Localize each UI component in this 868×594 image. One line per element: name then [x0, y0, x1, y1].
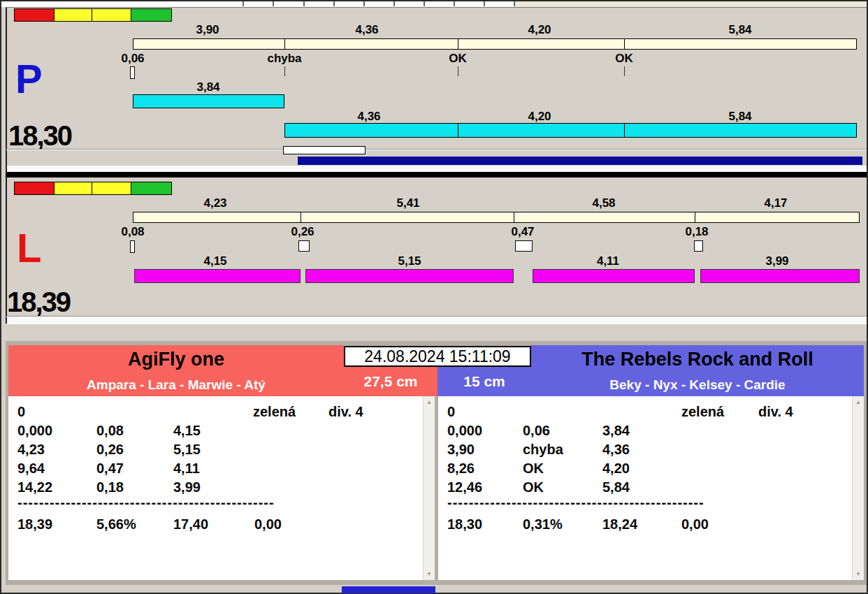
arrow-up-icon: ▲ [426, 399, 432, 405]
ruler-divider [695, 212, 695, 222]
scroll-down-button[interactable]: ▼ [424, 568, 435, 580]
gate-result-label: OK [615, 52, 633, 66]
gate-result-label: 0,06 [121, 52, 144, 66]
run-time-label: 5,84 [728, 110, 751, 124]
ruler-divider [624, 39, 625, 49]
gate-marker-box [515, 240, 533, 252]
start-marker-l [130, 240, 135, 253]
light-red [15, 182, 55, 194]
run-time-label: 4,36 [357, 110, 380, 124]
result-cell: 5,15 [173, 442, 201, 458]
gate-result-label: OK [449, 52, 467, 66]
split-time-label: 4,20 [528, 23, 551, 37]
top-ruler-tick [333, 1, 335, 6]
course-ruler-p [133, 38, 857, 50]
result-cell: 12,46 [447, 479, 482, 495]
progress-underline-p [298, 157, 862, 165]
top-ruler-tick [393, 1, 395, 6]
result-cell: 0,08 [96, 423, 124, 439]
gate-result-label: 0,26 [291, 225, 314, 239]
category-right: 15 cm [437, 367, 531, 396]
result-cell: 14,22 [17, 479, 52, 495]
result-total-cell: 18,39 [17, 516, 52, 533]
top-window-strip [1, 1, 515, 7]
bottom-blue-bar [342, 586, 435, 593]
result-cell: 0,18 [96, 479, 124, 495]
ruler-divider [284, 39, 285, 49]
light-yellow-1 [55, 9, 92, 21]
result-cell: OK [523, 461, 544, 477]
progress-bar-p-1 [133, 94, 284, 108]
progress-bar-p-2 [284, 123, 857, 138]
scrollbar[interactable]: ▲ ▼ [423, 396, 435, 580]
light-yellow-2 [92, 9, 131, 21]
split-time-label: 4,36 [355, 23, 378, 37]
top-ruler-tick [424, 1, 425, 6]
split-time-label: 5,84 [728, 23, 751, 37]
lane-total-p: 18,30 [8, 122, 71, 150]
progress-marker-p [283, 146, 366, 154]
gate-result-label: 0,47 [511, 225, 534, 239]
team-right-members: Beky - Nyx - Kelsey - Cardie [531, 377, 864, 393]
light-green [131, 9, 171, 21]
results-right-panel: 0 zelená div. 4 0,000 0,06 3,84 3,90 chy… [438, 396, 864, 580]
status-lights-p [14, 8, 172, 22]
lane-letter-p: P [15, 59, 43, 99]
gate-result-label: 0,08 [121, 225, 144, 239]
gap-strip-l [7, 317, 867, 324]
result-cell: 5,84 [602, 479, 630, 495]
ruler-divider [458, 39, 458, 49]
split-time-label: 4,23 [203, 196, 226, 210]
result-cell: chyba [523, 442, 563, 458]
result-total-cell: 18,30 [447, 516, 482, 533]
ruler-divider [301, 212, 301, 222]
top-ruler-tick [363, 1, 365, 6]
top-ruler-tick [454, 1, 455, 6]
split-time-label: 4,58 [592, 196, 615, 210]
result-cell: 0 [17, 404, 25, 420]
result-total-cell: 5,66% [96, 516, 136, 533]
progress-bar-l-3 [533, 269, 695, 283]
result-cell: 3,99 [173, 479, 201, 495]
separator-line: ----------------------------------------… [17, 495, 275, 511]
top-ruler-tick [243, 1, 244, 6]
scroll-down-button[interactable]: ▼ [853, 568, 864, 580]
scrollbar[interactable]: ▲ ▼ [852, 396, 864, 580]
lane-letter-l: L [17, 228, 41, 268]
result-cell: 4,36 [602, 442, 630, 458]
ruler-divider [514, 212, 514, 222]
result-cell: 3,90 [447, 442, 475, 458]
result-cell: 0,000 [17, 423, 52, 439]
result-total-cell: 17,40 [173, 516, 208, 533]
result-cell: div. 4 [758, 404, 793, 420]
panel-divider-line [6, 149, 866, 150]
gate-marker-box [694, 240, 703, 252]
progress-bar-l-1 [134, 269, 301, 283]
segment-time-label: 3,99 [765, 254, 788, 268]
result-total-cell: 0,00 [254, 516, 282, 533]
result-cell: div. 4 [328, 404, 363, 420]
result-cell: zelená [253, 404, 296, 420]
scroll-up-button[interactable]: ▲ [853, 396, 864, 408]
light-green [131, 182, 171, 194]
top-tan-strip [515, 1, 867, 7]
run-time-label: 4,20 [528, 110, 551, 124]
gate-result-label: 0,18 [685, 225, 708, 239]
scroll-up-button[interactable]: ▲ [424, 396, 435, 408]
result-cell: 9,64 [17, 461, 45, 477]
result-cell: 3,84 [602, 423, 630, 439]
result-cell: zelená [681, 404, 724, 420]
arrow-up-icon: ▲ [855, 399, 861, 405]
split-time-label: 3,90 [196, 23, 219, 37]
result-cell: 0,06 [523, 423, 550, 439]
result-cell: 0,47 [96, 461, 124, 477]
result-total-cell: 18,24 [602, 516, 637, 533]
progress-bar-l-4 [700, 269, 860, 283]
arrow-down-icon: ▼ [855, 571, 861, 577]
timing-app-window: 3,90 4,36 4,20 5,84 0,06 chyba OK OK 3,8… [0, 0, 868, 594]
bar-divider [458, 124, 458, 137]
lanes-top-border [6, 7, 867, 8]
result-cell: 4,20 [602, 461, 630, 477]
gate-marker-box [298, 240, 310, 252]
result-cell: 8,26 [447, 461, 475, 477]
